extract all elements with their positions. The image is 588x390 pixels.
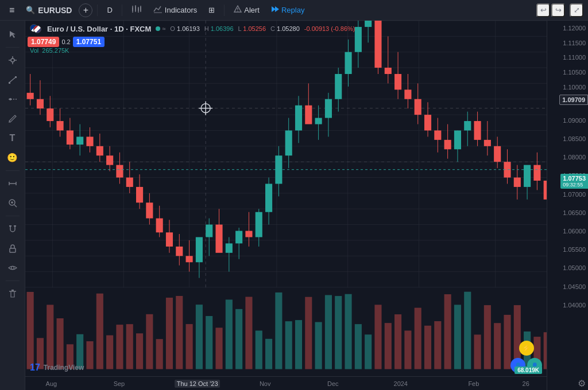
draw-tool[interactable] xyxy=(3,110,22,128)
price-level-11200: 1.12000 xyxy=(563,25,586,32)
time-axis: Aug Sep Oct Thu 12 Oct '23 Nov Dec 2024 … xyxy=(25,376,547,390)
chart-area: Euro / U.S. Dollar · 1D · FXCM ≈ O 1.061… xyxy=(25,21,588,390)
redo-icon: ↪ xyxy=(555,6,562,14)
toolbar: ≡ 🔍 EURUSD + D xyxy=(0,0,588,21)
timeframe-button[interactable]: D xyxy=(102,3,117,17)
symbol-label: EURUSD xyxy=(38,6,72,15)
template-button[interactable]: ⊞ xyxy=(204,3,219,17)
svg-point-37 xyxy=(11,267,14,270)
search-icon: 🔍 xyxy=(26,6,35,14)
time-2024: 2024 xyxy=(394,380,408,387)
rsi-badge: 68.019K xyxy=(514,366,542,374)
time-oct-highlighted: Thu 12 Oct '23 xyxy=(175,380,220,388)
lock-tool[interactable] xyxy=(3,239,22,258)
left-sidebar: T 🙂 xyxy=(0,21,25,390)
pair-full-name: Euro / U.S. Dollar · 1D · FXCM xyxy=(47,25,151,33)
settings-button[interactable]: ⚙ xyxy=(578,378,586,389)
current-price-box: 1.07753 09:32:55 xyxy=(560,174,588,189)
price-value: 1.07751 xyxy=(73,37,105,47)
svg-marker-16 xyxy=(275,6,279,12)
add-symbol-button[interactable]: + xyxy=(79,3,92,17)
alert-label: Alert xyxy=(244,6,260,14)
time-aug: Aug xyxy=(46,380,57,387)
tv-logo-text: TradingView xyxy=(44,364,84,372)
dot-sep: ≈ xyxy=(162,25,165,32)
ohlc-high: H 1.06396 xyxy=(204,25,234,32)
zoom-tool[interactable] xyxy=(3,194,22,212)
price-level-11000: 1.10000 xyxy=(563,84,586,91)
timeframe-label: D xyxy=(107,6,112,14)
menu-icon: ≡ xyxy=(9,5,14,15)
sep2 xyxy=(6,170,20,171)
cursor-tool[interactable] xyxy=(3,25,22,44)
current-price: 1.07753 xyxy=(563,175,586,182)
tv-logo-icon: 17 xyxy=(30,362,40,373)
text-tool[interactable]: T xyxy=(3,129,22,147)
ohlc-open: O 1.06193 xyxy=(170,25,199,32)
chart-canvas-area[interactable] xyxy=(25,21,547,376)
price-level-10500: 1.05000 xyxy=(563,264,586,271)
status-dot xyxy=(156,26,160,31)
sep xyxy=(6,47,20,48)
vol-value: 265.275K xyxy=(42,47,69,54)
time-sep: Sep xyxy=(114,380,125,387)
crosshair-price-box: 1.09709 xyxy=(559,95,588,105)
crosshair-price: 1.09709 xyxy=(562,96,585,103)
chart-type-button[interactable] xyxy=(127,3,146,17)
expand-icon: ⤢ xyxy=(574,6,580,14)
sep3 xyxy=(6,216,20,216)
price-level-11150: 1.11500 xyxy=(563,40,586,46)
template-icon: ⊞ xyxy=(208,6,215,14)
trash-tool[interactable] xyxy=(3,284,22,303)
indicators-icon xyxy=(153,5,163,15)
undo-button[interactable]: ↩ xyxy=(536,3,550,17)
pair-flags xyxy=(30,24,42,33)
ohlc-low: L 1.05256 xyxy=(238,25,266,32)
price-level-10450: 1.04500 xyxy=(563,283,586,290)
line-tool[interactable] xyxy=(3,71,22,89)
svg-rect-36 xyxy=(10,248,16,252)
price-level-10600: 1.06000 xyxy=(563,228,586,235)
emoji-icon: 🙂 xyxy=(7,153,18,163)
current-time: 09:32:55 xyxy=(563,182,586,188)
chart-canvas[interactable] xyxy=(25,21,572,376)
plus-icon: + xyxy=(83,6,88,15)
emoji-tool[interactable]: 🙂 xyxy=(3,149,22,167)
svg-rect-6 xyxy=(138,8,139,11)
price-level-10650: 1.06500 xyxy=(563,209,586,216)
tradingview-logo: 17 TradingView xyxy=(30,362,84,373)
redo-button[interactable]: ↪ xyxy=(551,3,565,17)
volume-info: Vol 265.275K xyxy=(30,47,69,54)
alert-button[interactable]: Alert xyxy=(229,3,264,17)
measurement-tool[interactable] xyxy=(3,174,22,193)
undo-redo-group: ↩ ↪ xyxy=(536,3,565,17)
hline-tool[interactable] xyxy=(3,90,22,108)
svg-rect-3 xyxy=(135,6,136,11)
symbol-button[interactable]: 🔍 EURUSD xyxy=(21,3,76,17)
flash-icon: ⚡ xyxy=(522,344,531,352)
menu-button[interactable]: ≡ xyxy=(5,3,19,18)
indicators-button[interactable]: Indicators xyxy=(149,3,202,17)
replay-icon xyxy=(271,5,279,15)
crosshair-tool[interactable] xyxy=(3,51,22,69)
replay-button[interactable]: Replay xyxy=(266,3,309,17)
price-badges: 1.07749 0.2 1.07751 xyxy=(28,37,105,47)
time-dec: Dec xyxy=(327,380,339,387)
svg-marker-15 xyxy=(272,6,276,12)
eye-tool[interactable] xyxy=(3,259,22,277)
price-level-10700: 1.07000 xyxy=(563,191,586,198)
svg-rect-23 xyxy=(9,82,10,84)
time-feb: Feb xyxy=(468,380,479,387)
magnet-tool[interactable] xyxy=(3,220,22,238)
expand-button[interactable]: ⤢ xyxy=(570,3,583,17)
price-delta: 0.2 xyxy=(61,38,70,45)
price-level-10400: 1.04000 xyxy=(563,302,586,309)
undo-icon: ↩ xyxy=(540,6,547,14)
text-icon: T xyxy=(10,133,16,143)
sep-3 xyxy=(224,5,225,16)
flash-button[interactable]: ⚡ xyxy=(519,341,534,356)
indicators-label: Indicators xyxy=(165,6,197,14)
chart-type-icon xyxy=(131,5,142,15)
alert-icon xyxy=(234,5,242,15)
time-26: 26 xyxy=(523,380,529,387)
